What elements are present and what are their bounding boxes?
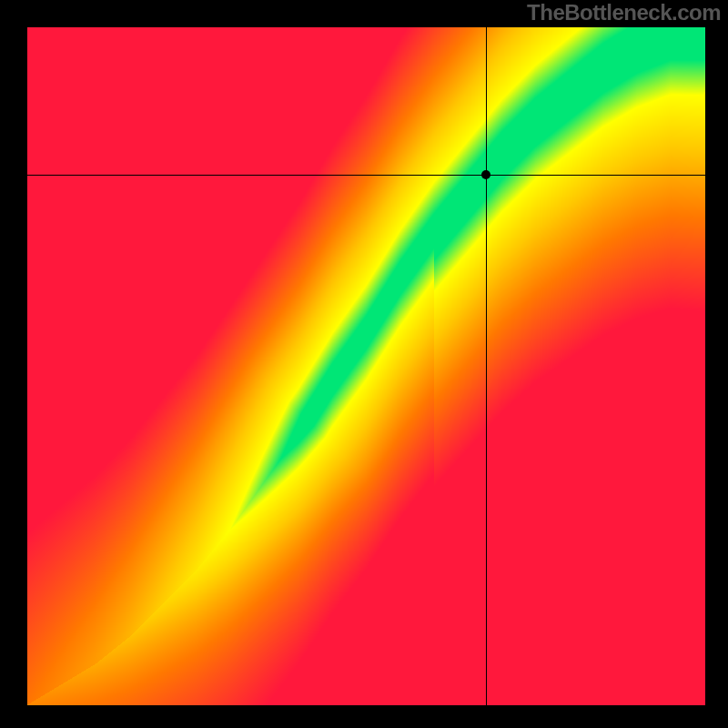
marker-dot (481, 170, 490, 179)
heatmap-canvas (27, 27, 705, 705)
heatmap-plot (27, 27, 705, 705)
crosshair-vertical (486, 27, 487, 705)
attribution-text: TheBottleneck.com (527, 0, 721, 25)
crosshair-horizontal (27, 175, 705, 176)
